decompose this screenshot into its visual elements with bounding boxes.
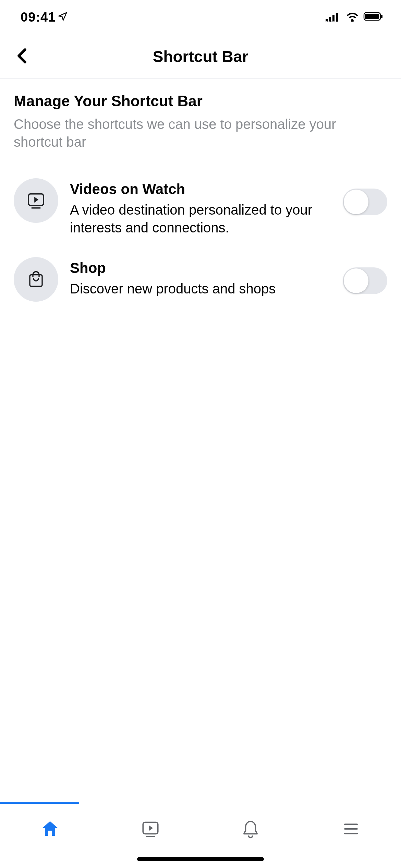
option-text: Videos on Watch A video destination pers…	[70, 178, 331, 237]
section-title: Manage Your Shortcut Bar	[14, 93, 387, 110]
wifi-icon	[345, 11, 359, 23]
svg-rect-11	[381, 15, 382, 18]
status-bar: 09:41	[0, 0, 401, 34]
toggle-shop[interactable]	[343, 267, 387, 294]
home-indicator[interactable]	[137, 857, 264, 861]
option-row-shop: Shop Discover new products and shops	[14, 247, 387, 312]
option-desc-videos: A video destination personalized to your…	[70, 201, 331, 237]
option-title-videos: Videos on Watch	[70, 181, 331, 197]
toggle-videos[interactable]	[343, 189, 387, 215]
watch-icon	[14, 178, 58, 223]
nav-header: Shortcut Bar	[0, 34, 401, 79]
option-title-shop: Shop	[70, 260, 331, 276]
shop-icon	[14, 257, 58, 302]
section-subtitle: Choose the shortcuts we can use to perso…	[14, 115, 387, 151]
status-time-value: 09:41	[21, 10, 56, 25]
location-arrow-icon	[58, 10, 68, 25]
toggle-knob	[344, 190, 368, 214]
tab-menu[interactable]	[301, 803, 401, 855]
tab-bar	[0, 803, 401, 868]
status-time: 09:41	[21, 10, 68, 25]
tab-watch[interactable]	[100, 803, 201, 855]
svg-rect-10	[365, 14, 379, 19]
option-text: Shop Discover new products and shops	[70, 257, 331, 298]
tab-home[interactable]	[0, 803, 100, 855]
tabs	[0, 803, 401, 855]
option-row-videos: Videos on Watch A video destination pers…	[14, 168, 387, 247]
svg-rect-2	[332, 15, 335, 22]
option-desc-shop: Discover new products and shops	[70, 280, 331, 298]
back-button[interactable]	[12, 44, 32, 69]
status-icons	[326, 11, 384, 23]
content-area: Manage Your Shortcut Bar Choose the shor…	[0, 79, 401, 312]
svg-rect-1	[329, 17, 331, 22]
svg-point-8	[351, 19, 353, 21]
tab-indicator	[0, 802, 79, 804]
svg-rect-3	[336, 13, 338, 22]
toggle-knob	[344, 268, 368, 293]
battery-icon	[363, 11, 384, 23]
page-title: Shortcut Bar	[0, 47, 401, 66]
cellular-icon	[326, 11, 341, 23]
tab-notifications[interactable]	[200, 803, 301, 855]
